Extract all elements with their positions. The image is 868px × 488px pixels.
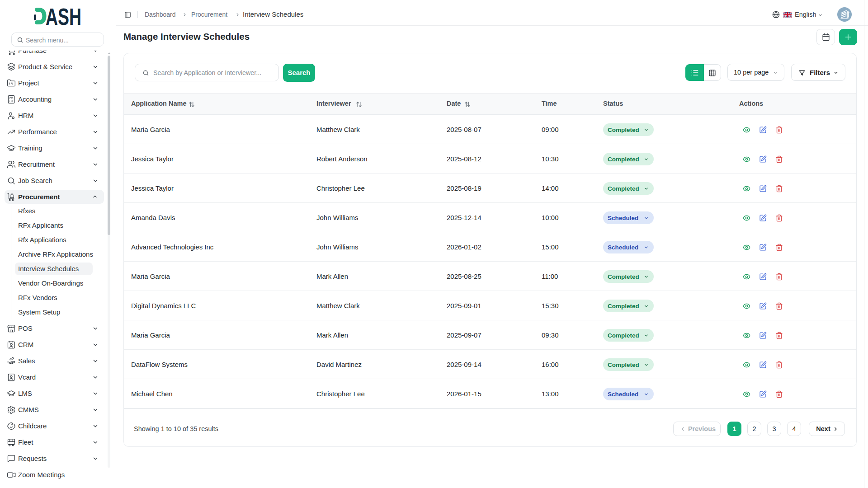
svg-text:ASH: ASH	[46, 7, 81, 25]
